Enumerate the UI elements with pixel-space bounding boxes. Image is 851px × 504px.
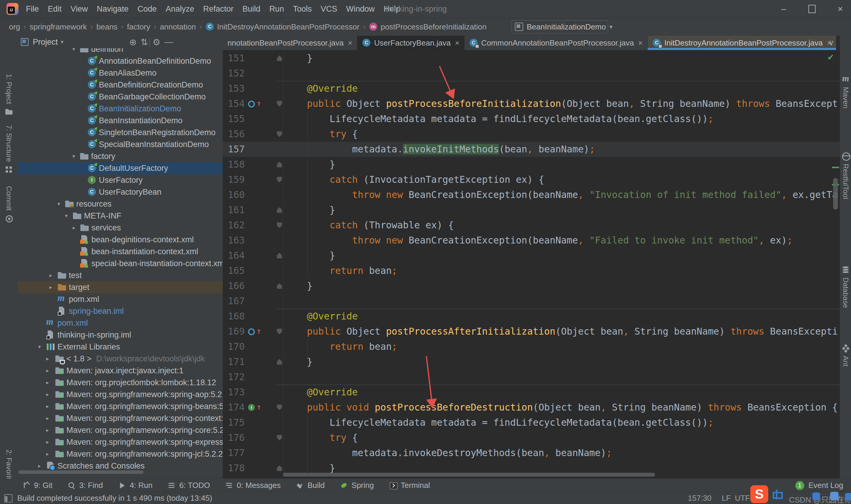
chevron-collapsed-icon[interactable]: ▸: [46, 427, 49, 433]
menu-vcs[interactable]: VCS: [316, 4, 342, 14]
chevron-collapsed-icon[interactable]: ▸: [38, 463, 41, 469]
tree-row[interactable]: ▸Maven: org.springframework:spring-aop:5…: [18, 389, 223, 400]
fold-end-icon[interactable]: [277, 359, 282, 365]
tree-row[interactable]: ▸< 1.8 >D:\worksprace\devtools\jdk\jdk: [18, 353, 223, 365]
tree-row[interactable]: ▸Maven: org.springframework:spring-conte…: [18, 412, 223, 424]
editor-tab[interactable]: CCommonAnnotationBeanPostProcessor.java×: [465, 36, 648, 50]
fold-end-icon[interactable]: [277, 283, 282, 289]
editor-tab[interactable]: CUserFactoryBean.java×: [357, 36, 464, 50]
tool-stripe-maven[interactable]: mMaven: [840, 73, 851, 108]
event-log-button[interactable]: 1 Event Log: [795, 479, 843, 492]
fold-start-icon[interactable]: [277, 101, 282, 107]
toolwindow-button----todo[interactable]: 6: TODO: [168, 481, 210, 490]
menu-code[interactable]: Code: [133, 4, 161, 14]
breadcrumb-item[interactable]: org: [9, 22, 20, 32]
chevron-collapsed-icon[interactable]: ▸: [50, 272, 52, 278]
chevron-collapsed-icon[interactable]: ▸: [73, 224, 75, 231]
toolwindow-button----run[interactable]: 4: Run: [119, 481, 153, 490]
chevron-collapsed-icon[interactable]: ▸: [50, 284, 52, 291]
vertical-scrollbar[interactable]: [833, 178, 838, 210]
tree-row[interactable]: ▸target: [18, 281, 223, 293]
tree-row[interactable]: IUserFactory: [18, 174, 223, 186]
line-ending-indicator[interactable]: LF: [722, 492, 731, 504]
chevron-collapsed-icon[interactable]: ▸: [46, 415, 49, 421]
close-button[interactable]: ×: [832, 4, 849, 14]
breadcrumb-item[interactable]: springframework: [30, 22, 87, 32]
tree-row[interactable]: CSpecialBeanInstantiationDemo: [18, 139, 223, 150]
tree-row[interactable]: ▾resources: [18, 198, 223, 210]
hide-panel-icon[interactable]: —: [164, 37, 173, 47]
tree-row[interactable]: CAnnotationBeanDefinitionDemo: [18, 55, 223, 67]
tree-row[interactable]: CDefaultUserFactory: [18, 162, 223, 174]
chevron-collapsed-icon[interactable]: ▸: [46, 403, 49, 410]
tree-row[interactable]: ▾External Libraries: [18, 341, 223, 353]
chevron-expanded-icon[interactable]: ▾: [72, 153, 75, 160]
tree-row[interactable]: ▾factory: [18, 150, 223, 162]
maximize-button[interactable]: [804, 4, 820, 14]
tree-row[interactable]: CSingletonBeanRegistrationDemo: [18, 127, 223, 139]
menu-run[interactable]: Run: [265, 4, 289, 14]
tree-row[interactable]: CBeanInitializationDemo: [18, 103, 223, 114]
tree-row[interactable]: ▸Scratches and Consoles: [18, 460, 223, 472]
chevron-collapsed-icon[interactable]: ▸: [46, 379, 49, 386]
toolwindow-button-build[interactable]: Build: [296, 481, 325, 490]
chevron-collapsed-icon[interactable]: ▸: [46, 451, 49, 457]
fold-end-icon[interactable]: [277, 465, 282, 471]
menu-window[interactable]: Window: [342, 4, 379, 14]
menu-file[interactable]: File: [21, 4, 43, 14]
breadcrumb-item[interactable]: mpostProcessBeforeInitialization: [369, 22, 487, 32]
menu-view[interactable]: View: [66, 4, 92, 14]
fold-start-icon[interactable]: [277, 222, 282, 228]
tool-stripe-restfultool[interactable]: RestfulTool: [840, 152, 851, 199]
editor-tab[interactable]: CInitDestroyAnnotationBeanPostProcessor.…: [648, 36, 836, 50]
tool-stripe-database[interactable]: Database: [840, 266, 851, 308]
code-editor[interactable]: 151152153154↑155156157158159160161162163…: [223, 50, 840, 479]
editor-tab[interactable]: nnotationBeanPostProcessor.java×: [223, 36, 357, 50]
tool-stripe-ant[interactable]: Ant: [840, 344, 851, 366]
menu-navigate[interactable]: Navigate: [92, 4, 133, 14]
tree-row[interactable]: mpom.xml: [18, 293, 223, 305]
fold-start-icon[interactable]: [277, 131, 282, 137]
tree-row[interactable]: ▾META-INF: [18, 210, 223, 222]
tree-row[interactable]: bean-instantiation-context.xml: [18, 246, 223, 257]
toolwindow-button----messages[interactable]: 0: Messages: [225, 481, 280, 490]
tree-row[interactable]: ▸Maven: org.springframework:spring-core:…: [18, 424, 223, 436]
close-icon[interactable]: ×: [348, 38, 352, 48]
caret-position[interactable]: 157:30: [688, 492, 712, 504]
breadcrumb-item[interactable]: factory: [127, 22, 150, 32]
tree-row[interactable]: ▸services: [18, 222, 223, 234]
tree-row[interactable]: bean-deginitions-context.xml: [18, 234, 223, 246]
menu-edit[interactable]: Edit: [43, 4, 67, 14]
close-icon[interactable]: ×: [638, 38, 642, 48]
tree-row[interactable]: thinking-in-spring.iml: [18, 329, 223, 341]
tree-row[interactable]: spring-bean.iml: [18, 305, 223, 317]
fold-start-icon[interactable]: [277, 404, 282, 410]
fold-start-icon[interactable]: [277, 435, 282, 440]
project-horizontal-scrollbar[interactable]: [18, 470, 144, 474]
tree-row[interactable]: ▸Maven: org.springframework:spring-jcl:5…: [18, 448, 223, 460]
tree-row[interactable]: ▸test: [18, 269, 223, 281]
horizontal-scrollbar[interactable]: [283, 473, 655, 476]
chevron-down-icon[interactable]: ▾: [61, 39, 64, 45]
run-configuration-select[interactable]: BeanInitializationDemo ▾: [511, 20, 608, 33]
fold-end-icon[interactable]: [277, 207, 282, 213]
tree-row[interactable]: ▸Maven: javax.inject:javax.inject:1: [18, 365, 223, 377]
toolwindow-button-terminal[interactable]: Terminal: [390, 481, 430, 490]
tree-row[interactable]: CBeanInstantiationDemo: [18, 114, 223, 127]
chevron-collapsed-icon[interactable]: ▸: [46, 391, 49, 398]
menu-tools[interactable]: Tools: [289, 4, 316, 14]
tree-row[interactable]: ▸Maven: org.springframework:spring-beans…: [18, 400, 223, 412]
chevron-expanded-icon[interactable]: ▾: [57, 201, 60, 207]
fold-start-icon[interactable]: [277, 329, 282, 334]
hidden-tabs-chevron-icon[interactable]: ∨: [828, 38, 848, 47]
breadcrumb-item[interactable]: CInitDestroyAnnotationBeanPostProcessor: [205, 22, 359, 32]
fold-start-icon[interactable]: [277, 177, 282, 182]
menu-refactor[interactable]: Refactor: [199, 4, 238, 14]
implements-method-icon[interactable]: I↑: [248, 403, 266, 412]
menu-analyze[interactable]: Analyze: [161, 4, 199, 14]
chevron-collapsed-icon[interactable]: ▸: [46, 367, 49, 374]
fold-end-icon[interactable]: [277, 253, 282, 258]
close-icon[interactable]: ×: [455, 38, 459, 48]
overrides-method-icon[interactable]: ↑: [248, 100, 266, 108]
tool-stripe----structure[interactable]: 7: Structure: [0, 125, 18, 174]
